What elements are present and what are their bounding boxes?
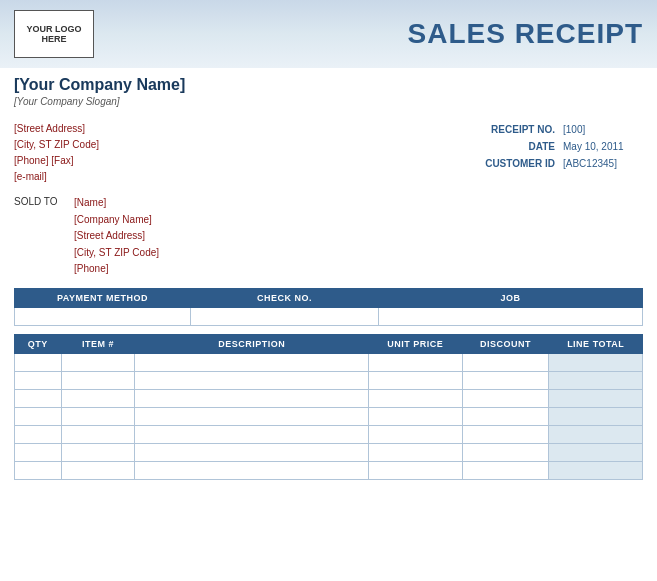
right-info-label: CUSTOMER ID (455, 155, 555, 172)
table-cell (135, 389, 369, 407)
desc-header: DESCRIPTION (135, 334, 369, 353)
items-table: QTY ITEM # DESCRIPTION UNIT PRICE DISCOU… (14, 334, 643, 480)
payment-method-header: PAYMENT METHOD (15, 288, 191, 307)
sold-to-values: [Name][Company Name][Street Address][Cit… (74, 195, 159, 278)
left-info-line: [Phone] [Fax] (14, 153, 363, 169)
table-cell (15, 443, 62, 461)
table-cell (369, 461, 463, 479)
company-section: [Your Company Name] [Your Company Slogan… (0, 68, 657, 119)
left-info-line: [City, ST ZIP Code] (14, 137, 363, 153)
table-cell (462, 353, 549, 371)
table-cell (369, 407, 463, 425)
payment-header-row: PAYMENT METHOD CHECK NO. JOB (15, 288, 643, 307)
table-cell (549, 425, 643, 443)
table-cell (135, 461, 369, 479)
right-info-row: RECEIPT NO.[100] (363, 121, 643, 138)
discount-header: DISCOUNT (462, 334, 549, 353)
table-cell (462, 461, 549, 479)
table-row (15, 443, 643, 461)
company-name: [Your Company Name] (14, 76, 643, 94)
total-header: LINE TOTAL (549, 334, 643, 353)
items-table-wrapper: QTY ITEM # DESCRIPTION UNIT PRICE DISCOU… (0, 326, 657, 484)
sold-to-line: [Phone] (74, 261, 159, 278)
table-cell (15, 353, 62, 371)
logo-text: YOUR LOGO HERE (18, 24, 90, 44)
table-cell (549, 389, 643, 407)
right-info-row: CUSTOMER ID[ABC12345] (363, 155, 643, 172)
table-cell (369, 371, 463, 389)
table-cell (369, 443, 463, 461)
check-no-cell (190, 307, 378, 325)
table-cell (135, 407, 369, 425)
right-info-row: DATEMay 10, 2011 (363, 138, 643, 155)
job-header: JOB (379, 288, 643, 307)
table-cell (61, 461, 134, 479)
table-cell (15, 407, 62, 425)
sold-to-line: [Name] (74, 195, 159, 212)
table-cell (135, 425, 369, 443)
table-cell (15, 425, 62, 443)
left-info-line: [e-mail] (14, 169, 363, 185)
check-no-header: CHECK NO. (190, 288, 378, 307)
table-cell (61, 425, 134, 443)
page-title: SALES RECEIPT (408, 18, 643, 50)
table-cell (61, 371, 134, 389)
logo-box: YOUR LOGO HERE (14, 10, 94, 58)
table-cell (61, 407, 134, 425)
payment-table: PAYMENT METHOD CHECK NO. JOB (14, 288, 643, 326)
right-info-label: RECEIPT NO. (455, 121, 555, 138)
table-cell (135, 353, 369, 371)
info-section: [Street Address][City, ST ZIP Code][Phon… (0, 119, 657, 187)
table-cell (462, 407, 549, 425)
table-cell (61, 443, 134, 461)
table-cell (549, 443, 643, 461)
table-row (15, 371, 643, 389)
table-cell (462, 425, 549, 443)
table-cell (549, 371, 643, 389)
table-row (15, 461, 643, 479)
table-cell (549, 407, 643, 425)
table-cell (369, 353, 463, 371)
job-cell (379, 307, 643, 325)
table-cell (462, 389, 549, 407)
table-cell (369, 389, 463, 407)
table-row (15, 389, 643, 407)
table-cell (61, 353, 134, 371)
right-info: RECEIPT NO.[100]DATEMay 10, 2011CUSTOMER… (363, 121, 643, 185)
payment-method-cell (15, 307, 191, 325)
item-header: ITEM # (61, 334, 134, 353)
right-info-value: [100] (563, 121, 643, 138)
company-slogan: [Your Company Slogan] (14, 96, 643, 107)
table-row (15, 353, 643, 371)
table-cell (549, 353, 643, 371)
payment-table-wrapper: PAYMENT METHOD CHECK NO. JOB (0, 282, 657, 326)
sold-to-line: [Street Address] (74, 228, 159, 245)
table-cell (135, 371, 369, 389)
table-cell (369, 425, 463, 443)
sold-to-section: SOLD TO [Name][Company Name][Street Addr… (0, 187, 657, 282)
table-cell (15, 389, 62, 407)
left-info-line: [Street Address] (14, 121, 363, 137)
sold-to-line: [Company Name] (74, 212, 159, 229)
items-header-row: QTY ITEM # DESCRIPTION UNIT PRICE DISCOU… (15, 334, 643, 353)
table-cell (462, 443, 549, 461)
left-info: [Street Address][City, ST ZIP Code][Phon… (14, 121, 363, 185)
table-cell (15, 461, 62, 479)
price-header: UNIT PRICE (369, 334, 463, 353)
payment-data-row (15, 307, 643, 325)
header-band: YOUR LOGO HERE SALES RECEIPT (0, 0, 657, 68)
table-cell (549, 461, 643, 479)
table-cell (61, 389, 134, 407)
table-cell (135, 443, 369, 461)
table-cell (462, 371, 549, 389)
right-info-value: May 10, 2011 (563, 138, 643, 155)
table-row (15, 407, 643, 425)
sold-to-label: SOLD TO (14, 195, 74, 278)
table-row (15, 425, 643, 443)
sold-to-line: [City, ST ZIP Code] (74, 245, 159, 262)
right-info-label: DATE (455, 138, 555, 155)
right-info-value: [ABC12345] (563, 155, 643, 172)
qty-header: QTY (15, 334, 62, 353)
table-cell (15, 371, 62, 389)
